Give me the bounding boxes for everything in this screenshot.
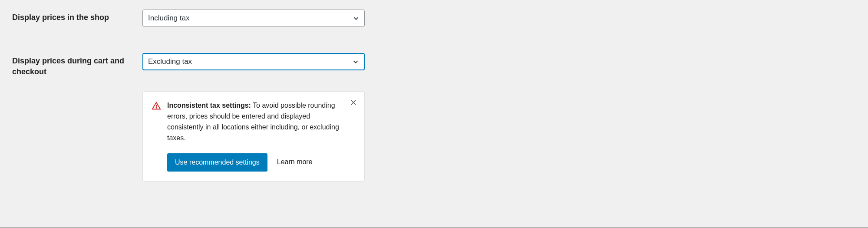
- notice-text: Inconsistent tax settings: To avoid poss…: [167, 102, 339, 141]
- select-value: Excluding tax: [148, 57, 192, 66]
- learn-more-link[interactable]: Learn more: [277, 157, 313, 168]
- cart-prices-select[interactable]: Excluding tax: [142, 53, 365, 70]
- svg-point-1: [156, 108, 156, 108]
- chevron-down-icon: [352, 58, 360, 66]
- setting-row-shop-prices: Display prices in the shop Including tax: [0, 3, 868, 46]
- warning-notice: Inconsistent tax settings: To avoid poss…: [142, 91, 365, 181]
- close-icon: [350, 99, 357, 106]
- notice-title: Inconsistent tax settings:: [167, 102, 251, 109]
- setting-label: Display prices in the shop: [12, 10, 142, 23]
- use-recommended-button[interactable]: Use recommended settings: [167, 153, 267, 172]
- select-value: Including tax: [148, 14, 189, 23]
- setting-row-cart-prices: Display prices during cart and checkout …: [0, 46, 868, 86]
- setting-label: Display prices during cart and checkout: [12, 53, 142, 77]
- close-button[interactable]: [349, 98, 358, 107]
- shop-prices-select[interactable]: Including tax: [142, 10, 365, 27]
- warning-icon: [152, 101, 161, 111]
- chevron-down-icon: [352, 14, 360, 22]
